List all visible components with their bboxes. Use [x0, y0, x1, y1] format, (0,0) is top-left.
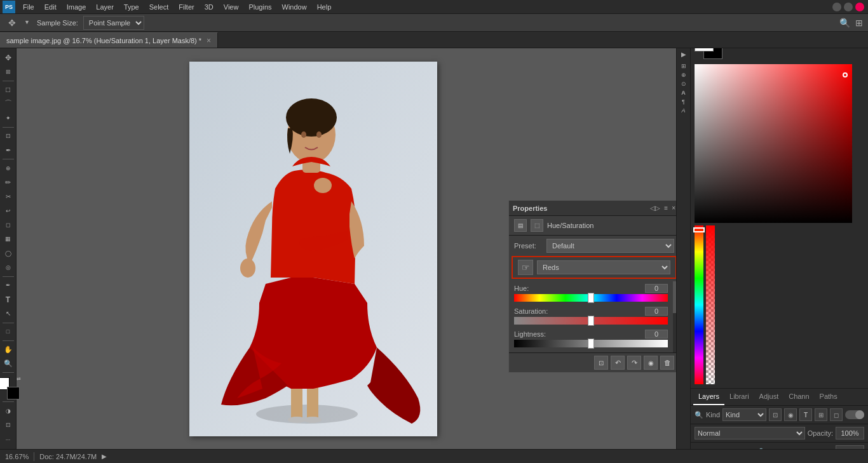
colorize-btn[interactable]: ⊡ [594, 356, 608, 370]
font-mini-btn[interactable]: A [681, 107, 685, 114]
color-picker-area [691, 29, 868, 389]
paragraph-btn[interactable]: ¶ [682, 98, 685, 105]
window-minimize[interactable] [832, 3, 841, 11]
lightness-track[interactable] [514, 340, 668, 347]
filter-type-select[interactable]: Kind [722, 408, 766, 421]
layer-icon-btn[interactable]: ▤ [514, 219, 527, 232]
background-color[interactable] [7, 387, 20, 399]
magic-wand-tool[interactable]: ✦ [1, 111, 15, 124]
properties-menu[interactable]: ≡ [664, 205, 668, 211]
menu-view[interactable]: View [219, 0, 244, 14]
quick-mask-btn[interactable]: ◑ [1, 404, 15, 417]
tab-close-button[interactable]: × [207, 33, 211, 48]
tab-paths[interactable]: Paths [815, 389, 843, 405]
tab-channels[interactable]: Chann [783, 389, 814, 405]
previous-state-btn[interactable]: ↶ [611, 356, 625, 370]
pen-tool[interactable]: ✒ [1, 279, 15, 292]
menu-plugins[interactable]: Plugins [243, 0, 276, 14]
color-spectrum[interactable] [695, 64, 852, 223]
hue-strip[interactable] [695, 225, 703, 384]
opacity-input[interactable] [836, 427, 864, 440]
sample-size-select[interactable]: Point Sample [83, 16, 144, 30]
lasso-tool[interactable]: ⌒ [1, 97, 15, 111]
filter-smartobj-btn[interactable]: ◻ [830, 408, 843, 421]
properties-title: Properties [513, 205, 547, 212]
window-maximize[interactable] [844, 3, 853, 11]
menu-file[interactable]: File [18, 0, 39, 14]
filter-adjustment-btn[interactable]: ◉ [784, 408, 797, 421]
adjust-mini-btn[interactable]: ⊙ [681, 81, 686, 87]
artboard-mini-btn[interactable]: ⊞ [681, 63, 686, 69]
filter-toggle[interactable] [845, 410, 864, 419]
path-selection-tool[interactable]: ↖ [1, 307, 15, 320]
view-mask-btn[interactable]: ◉ [644, 356, 658, 370]
properties-close[interactable]: × [672, 205, 675, 211]
workspace-icon[interactable]: ⊞ [855, 18, 863, 28]
zoom-tool[interactable]: 🔍 [1, 357, 15, 370]
hue-value[interactable]: 0 [645, 284, 668, 293]
document-tab[interactable]: sample image.jpg @ 16.7% (Hue/Saturation… [0, 32, 218, 48]
filter-pixel-btn[interactable]: ⊡ [769, 408, 782, 421]
text-tool[interactable]: T [1, 293, 15, 306]
hand-tool[interactable]: ✋ [1, 343, 15, 356]
menu-window[interactable]: Window [277, 0, 312, 14]
eyedropper-tool[interactable]: ✒ [1, 144, 15, 157]
menu-3d[interactable]: 3D [200, 0, 219, 14]
menu-filter[interactable]: Filter [173, 0, 199, 14]
swap-colors[interactable]: ⇄ [17, 376, 21, 382]
alpha-strip[interactable] [706, 225, 715, 384]
blend-opacity-row: Normal Opacity: [691, 424, 868, 443]
next-state-btn[interactable]: ↷ [627, 356, 641, 370]
lightness-value[interactable]: 0 [645, 330, 668, 339]
hue-control: Hue: 0 [514, 284, 668, 302]
window-close[interactable] [855, 3, 864, 11]
hue-track[interactable] [514, 294, 668, 302]
eraser-tool[interactable]: ◻ [1, 218, 15, 231]
status-arrow[interactable]: ▶ [102, 453, 107, 460]
saturation-track[interactable] [514, 317, 668, 325]
blur-tool[interactable]: ◯ [1, 246, 15, 260]
saturation-thumb[interactable] [588, 316, 594, 326]
move-tool[interactable]: ✥ [1, 51, 15, 64]
saturation-value[interactable]: 0 [645, 307, 668, 316]
healing-tool[interactable]: ⊕ [1, 161, 15, 175]
menu-select[interactable]: Select [144, 0, 174, 14]
tool-options-expand[interactable]: ▼ [24, 19, 32, 27]
clone-stamp-tool[interactable]: ✂ [1, 190, 15, 203]
preset-select[interactable]: Default [546, 239, 674, 253]
finger-tool-btn[interactable]: ☞ [518, 260, 533, 275]
shape-tool[interactable]: □ [1, 325, 15, 338]
menu-type[interactable]: Type [119, 0, 144, 14]
more-tools[interactable]: ··· [1, 433, 15, 446]
menu-help[interactable]: Help [312, 0, 337, 14]
mask-icon-btn[interactable]: ⬚ [531, 219, 543, 232]
transform-btn[interactable]: ⊕ [681, 72, 686, 78]
tab-layers[interactable]: Layers [693, 389, 724, 405]
lightness-thumb[interactable] [588, 339, 594, 349]
menu-image[interactable]: Image [62, 0, 92, 14]
brush-tool[interactable]: ✏ [1, 175, 15, 189]
channel-select[interactable]: Reds [537, 260, 670, 274]
menu-edit[interactable]: Edit [39, 0, 62, 14]
tab-adjust[interactable]: Adjust [754, 389, 784, 405]
screen-mode-btn[interactable]: ⊡ [1, 418, 15, 431]
hue-thumb[interactable] [588, 293, 594, 303]
tab-libraries[interactable]: Librari [724, 389, 754, 405]
crop-tool[interactable]: ⊡ [1, 130, 15, 143]
menu-layer[interactable]: Layer [91, 0, 119, 14]
filter-text-btn[interactable]: T [799, 408, 812, 421]
delete-adjustment-btn[interactable]: 🗑 [660, 356, 674, 370]
history-brush-tool[interactable]: ↩ [1, 204, 15, 217]
marquee-tool[interactable]: □ [1, 83, 15, 97]
artboard-tool[interactable]: ⊞ [1, 65, 15, 78]
filter-shape-btn[interactable]: ⊞ [815, 408, 827, 421]
properties-collapse[interactable]: ◁▷ [650, 205, 660, 211]
reset-colors[interactable]: ◪ [0, 395, 1, 401]
search-icon[interactable]: 🔍 [839, 18, 850, 28]
gradient-tool[interactable]: ▦ [1, 232, 15, 246]
type-mini-btn[interactable]: A [681, 90, 686, 96]
hue-strip-thumb[interactable] [693, 227, 705, 232]
collapse-panel-btn[interactable]: ▶ [681, 51, 686, 58]
blend-mode-select[interactable]: Normal [695, 427, 805, 440]
dodge-tool[interactable]: ◎ [1, 260, 15, 274]
